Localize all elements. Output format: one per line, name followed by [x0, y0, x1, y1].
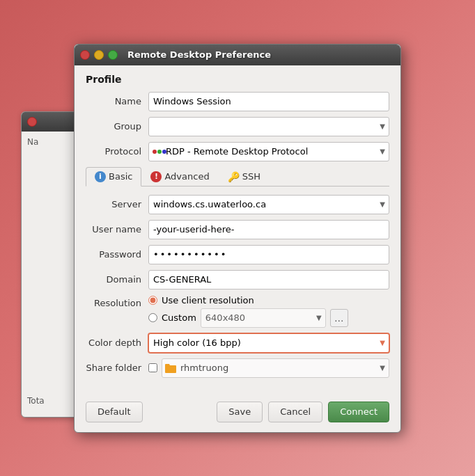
tab-advanced-label: Advanced: [164, 171, 209, 182]
password-row: Password: [86, 245, 389, 264]
tab-ssh-label: SSH: [242, 171, 260, 182]
profile-section-title: Profile: [86, 74, 389, 85]
share-folder-select-wrapper: rhmtruong ▼: [162, 358, 389, 378]
resolution-custom-select[interactable]: 640x480 800x600 1024x768 1280x1024: [201, 308, 326, 328]
dialog-footer: Default Save Cancel Connect: [75, 395, 400, 432]
share-folder-row: Share folder rhmtruong ▼: [86, 358, 389, 378]
cancel-button[interactable]: Cancel: [268, 402, 322, 422]
close-button[interactable]: [80, 50, 90, 60]
resolution-custom-label: Custom: [162, 312, 196, 323]
connect-button[interactable]: Connect: [328, 402, 389, 422]
share-folder-checkbox[interactable]: [148, 363, 157, 372]
tabs-container: i Basic ! Advanced 🔑 SSH: [86, 167, 389, 187]
domain-label: Domain: [86, 274, 148, 285]
group-select-wrapper: ▼: [148, 117, 389, 136]
group-label: Group: [86, 121, 148, 132]
bg-close-btn[interactable]: [27, 117, 37, 127]
server-label: Server: [86, 199, 148, 209]
share-folder-controls: rhmtruong ▼: [148, 358, 389, 378]
minimize-button[interactable]: [94, 50, 104, 60]
tab-basic[interactable]: i Basic: [86, 167, 141, 187]
resolution-custom-radio[interactable]: [148, 313, 157, 322]
username-input[interactable]: [148, 220, 389, 239]
protocol-label: Protocol: [86, 146, 148, 157]
main-dialog: Remote Desktop Preference Profile Name G…: [74, 44, 401, 433]
ssh-tab-icon: 🔑: [228, 171, 240, 182]
basic-tab-content: Server windows.cs.uwaterloo.ca ▼ User na…: [86, 195, 389, 378]
group-select[interactable]: [148, 117, 389, 136]
titlebar: Remote Desktop Preference: [75, 45, 400, 65]
color-depth-label: Color depth: [86, 338, 148, 348]
username-label: User name: [86, 224, 148, 235]
domain-row: Domain: [86, 270, 389, 289]
color-depth-select[interactable]: High color (16 bpp) True color (32 bpp) …: [148, 333, 389, 353]
resolution-custom-button[interactable]: …: [330, 309, 348, 327]
resolution-use-client-option: Use client resolution: [148, 295, 348, 306]
dialog-title: Remote Desktop Preference: [127, 49, 271, 60]
password-field-wrapper: [148, 245, 389, 264]
domain-field-wrapper: [148, 270, 389, 289]
basic-tab-icon: i: [95, 171, 106, 182]
maximize-button[interactable]: [108, 50, 118, 60]
resolution-client-label: Use client resolution: [162, 295, 254, 306]
tab-ssh[interactable]: 🔑 SSH: [219, 167, 270, 186]
share-folder-label: Share folder: [86, 363, 148, 373]
save-button[interactable]: Save: [217, 402, 263, 422]
name-row: Name: [86, 92, 389, 111]
resolution-custom-select-wrapper: 640x480 800x600 1024x768 1280x1024 ▼: [201, 308, 326, 328]
server-row: Server windows.cs.uwaterloo.ca ▼: [86, 195, 389, 214]
name-field-wrapper: [148, 92, 389, 111]
group-row: Group ▼: [86, 117, 389, 136]
dialog-body: Profile Name Group ▼ Protocol RDP - Rem: [75, 65, 400, 395]
name-input[interactable]: [148, 92, 389, 111]
server-select-wrapper: windows.cs.uwaterloo.ca ▼: [148, 195, 389, 214]
username-row: User name: [86, 220, 389, 239]
protocol-select[interactable]: RDP - Remote Desktop Protocol VNC SSH: [148, 142, 389, 161]
protocol-select-wrapper: RDP - Remote Desktop Protocol VNC SSH ▼: [148, 142, 389, 161]
color-depth-row: Color depth High color (16 bpp) True col…: [86, 333, 389, 353]
bg-total: Tota: [27, 396, 45, 406]
share-folder-select[interactable]: rhmtruong: [162, 358, 389, 378]
resolution-custom-option: Custom: [148, 312, 196, 323]
password-input[interactable]: [148, 245, 389, 264]
username-field-wrapper: [148, 220, 389, 239]
default-button[interactable]: Default: [86, 402, 143, 422]
resolution-custom-row: Custom 640x480 800x600 1024x768 1280x102…: [148, 308, 348, 328]
color-depth-select-wrapper: High color (16 bpp) True color (32 bpp) …: [148, 333, 389, 353]
password-label: Password: [86, 249, 148, 260]
server-select[interactable]: windows.cs.uwaterloo.ca: [148, 195, 389, 214]
resolution-row: Resolution Use client resolution Custom: [86, 295, 389, 328]
tab-advanced[interactable]: ! Advanced: [141, 167, 218, 186]
resolution-options: Use client resolution Custom 640x480 800…: [148, 295, 348, 328]
tab-basic-label: Basic: [109, 171, 132, 182]
advanced-tab-icon: !: [150, 171, 162, 182]
resolution-client-radio[interactable]: [148, 296, 157, 305]
resolution-label: Resolution: [86, 295, 148, 308]
protocol-row: Protocol RDP - Remote Desktop Protocol V…: [86, 142, 389, 161]
name-label: Name: [86, 96, 148, 106]
domain-input[interactable]: [148, 270, 389, 289]
